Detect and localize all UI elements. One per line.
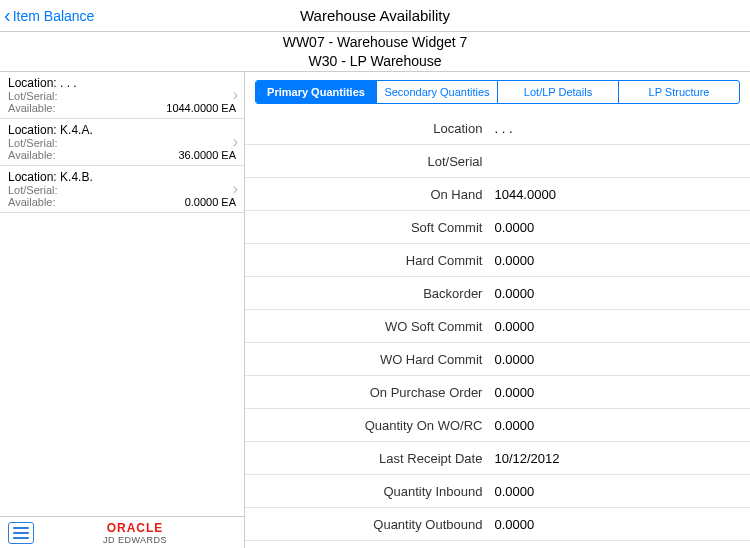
available-label: Available: <box>8 102 56 114</box>
detail-value: 0.0000 <box>492 319 534 334</box>
detail-row: WO Soft Commit0.0000 <box>245 310 750 343</box>
chevron-right-icon: › <box>233 133 238 151</box>
detail-label: WO Hard Commit <box>245 352 492 367</box>
detail-label: Backorder <box>245 286 492 301</box>
location-label: Location: . . . <box>8 76 236 90</box>
detail-label: WO Soft Commit <box>245 319 492 334</box>
location-row[interactable]: Location: . . .Lot/Serial:Available:1044… <box>0 72 244 119</box>
lot-serial-label: Lot/Serial: <box>8 90 236 102</box>
detail-value: 0.0000 <box>492 286 534 301</box>
detail-label: Lot/Serial <box>245 154 492 169</box>
detail-label: Soft Commit <box>245 220 492 235</box>
location-row[interactable]: Location: K.4.B.Lot/Serial:Available:0.0… <box>0 166 244 213</box>
available-label: Available: <box>8 149 56 161</box>
detail-row: On Hand1044.0000 <box>245 178 750 211</box>
detail-value: 0.0000 <box>492 484 534 499</box>
tab-lot-lp-details[interactable]: Lot/LP Details <box>498 81 619 103</box>
detail-value: 0.0000 <box>492 385 534 400</box>
location-label: Location: K.4.A. <box>8 123 236 137</box>
detail-value: 0.0000 <box>492 352 534 367</box>
lot-serial-label: Lot/Serial: <box>8 184 236 196</box>
menu-button[interactable] <box>8 522 34 544</box>
subheader-line2: W30 - LP Warehouse <box>0 52 750 70</box>
tab-bar: Primary QuantitiesSecondary QuantitiesLo… <box>255 80 740 104</box>
brand-logo: ORACLE JD EDWARDS <box>34 521 236 545</box>
detail-label: Quantity Inbound <box>245 484 492 499</box>
tab-primary-quantities[interactable]: Primary Quantities <box>256 81 377 103</box>
detail-row: Location. . . <box>245 112 750 145</box>
oracle-label: ORACLE <box>34 521 236 535</box>
detail-label: On Purchase Order <box>245 385 492 400</box>
detail-row: Lot/Serial <box>245 145 750 178</box>
available-value: 0.0000 EA <box>185 196 236 208</box>
detail-row: Last Receipt Date10/12/2012 <box>245 442 750 475</box>
detail-label: On Hand <box>245 187 492 202</box>
branding-bar: ORACLE JD EDWARDS <box>0 516 244 548</box>
detail-row: Hard Commit0.0000 <box>245 244 750 277</box>
tab-lp-structure[interactable]: LP Structure <box>619 81 739 103</box>
page-title: Warehouse Availability <box>0 7 750 24</box>
detail-value: 1044.0000 <box>492 187 555 202</box>
subheader-line1: WW07 - Warehouse Widget 7 <box>0 33 750 51</box>
detail-row: Quantity Inbound0.0000 <box>245 475 750 508</box>
available-value: 1044.0000 EA <box>166 102 236 114</box>
detail-row: On Purchase Order0.0000 <box>245 376 750 409</box>
detail-label: Hard Commit <box>245 253 492 268</box>
detail-label: Quantity Outbound <box>245 517 492 532</box>
back-label: Item Balance <box>13 8 95 24</box>
detail-label: Last Receipt Date <box>245 451 492 466</box>
detail-label: Location <box>245 121 492 136</box>
chevron-left-icon: ‹ <box>4 5 11 25</box>
jde-label: JD EDWARDS <box>34 535 236 545</box>
subheader: WW07 - Warehouse Widget 7 W30 - LP Wareh… <box>0 32 750 72</box>
chevron-right-icon: › <box>233 86 238 104</box>
detail-row: Backorder0.0000 <box>245 277 750 310</box>
available-label: Available: <box>8 196 56 208</box>
chevron-right-icon: › <box>233 180 238 198</box>
back-button[interactable]: ‹ Item Balance <box>0 6 94 26</box>
detail-value: 0.0000 <box>492 253 534 268</box>
sidebar: Location: . . .Lot/Serial:Available:1044… <box>0 72 245 548</box>
detail-value: 0.0000 <box>492 418 534 433</box>
tab-secondary-quantities[interactable]: Secondary Quantities <box>377 81 498 103</box>
detail-value: 10/12/2012 <box>492 451 559 466</box>
location-label: Location: K.4.B. <box>8 170 236 184</box>
detail-value: . . . <box>492 121 512 136</box>
detail-row: Quantity On WO/RC0.0000 <box>245 409 750 442</box>
detail-row: Soft Commit0.0000 <box>245 211 750 244</box>
detail-value: 0.0000 <box>492 220 534 235</box>
detail-label: Quantity On WO/RC <box>245 418 492 433</box>
detail-row: Quantity Outbound0.0000 <box>245 508 750 541</box>
location-list: Location: . . .Lot/Serial:Available:1044… <box>0 72 244 516</box>
detail-value: 0.0000 <box>492 517 534 532</box>
detail-list: Location. . .Lot/SerialOn Hand1044.0000S… <box>245 112 750 548</box>
top-bar: ‹ Item Balance Warehouse Availability <box>0 0 750 32</box>
detail-row: WO Hard Commit0.0000 <box>245 343 750 376</box>
lot-serial-label: Lot/Serial: <box>8 137 236 149</box>
location-row[interactable]: Location: K.4.A.Lot/Serial:Available:36.… <box>0 119 244 166</box>
main-panel: Primary QuantitiesSecondary QuantitiesLo… <box>245 72 750 548</box>
available-value: 36.0000 EA <box>179 149 237 161</box>
